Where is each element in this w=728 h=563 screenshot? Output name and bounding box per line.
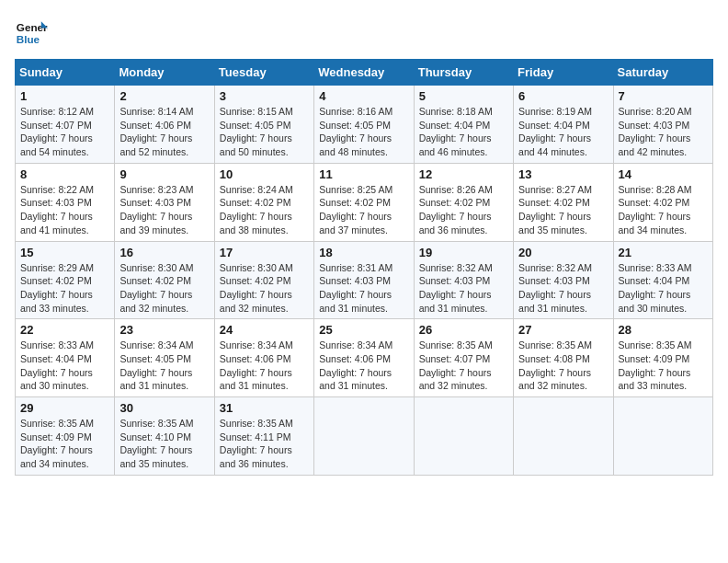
day-number: 8 — [20, 167, 109, 181]
calendar-cell: 24Sunrise: 8:34 AMSunset: 4:06 PMDayligh… — [214, 319, 313, 397]
calendar-cell: 15Sunrise: 8:29 AMSunset: 4:02 PMDayligh… — [16, 241, 115, 319]
day-detail: Sunrise: 8:19 AMSunset: 4:04 PMDaylight:… — [518, 105, 608, 159]
day-detail: Sunrise: 8:32 AMSunset: 4:03 PMDaylight:… — [419, 261, 508, 316]
calendar-cell: 4Sunrise: 8:16 AMSunset: 4:05 PMDaylight… — [314, 86, 414, 164]
calendar-week-row: 29Sunrise: 8:35 AMSunset: 4:09 PMDayligh… — [16, 397, 713, 476]
calendar-cell: 19Sunrise: 8:32 AMSunset: 4:03 PMDayligh… — [414, 241, 513, 319]
day-number: 16 — [119, 246, 209, 259]
header-row: SundayMondayTuesdayWednesdayThursdayFrid… — [16, 60, 713, 86]
calendar-cell: 31Sunrise: 8:35 AMSunset: 4:11 PMDayligh… — [214, 397, 313, 476]
weekday-header: Thursday — [414, 60, 513, 86]
calendar-table: SundayMondayTuesdayWednesdayThursdayFrid… — [15, 59, 713, 476]
calendar-cell: 3Sunrise: 8:15 AMSunset: 4:05 PMDaylight… — [214, 86, 313, 164]
day-number: 3 — [220, 89, 309, 103]
weekday-header: Tuesday — [214, 60, 313, 86]
day-detail: Sunrise: 8:25 AMSunset: 4:02 PMDaylight:… — [319, 183, 408, 237]
day-detail: Sunrise: 8:32 AMSunset: 4:03 PMDaylight:… — [518, 261, 608, 316]
calendar-cell: 6Sunrise: 8:19 AMSunset: 4:04 PMDaylight… — [514, 86, 613, 164]
calendar-cell: 26Sunrise: 8:35 AMSunset: 4:07 PMDayligh… — [414, 319, 513, 397]
day-number: 21 — [619, 246, 708, 259]
day-number: 1 — [20, 89, 109, 103]
calendar-cell: 7Sunrise: 8:20 AMSunset: 4:03 PMDaylight… — [613, 86, 712, 164]
calendar-cell: 9Sunrise: 8:23 AMSunset: 4:03 PMDaylight… — [115, 163, 214, 241]
day-detail: Sunrise: 8:33 AMSunset: 4:04 PMDaylight:… — [619, 261, 708, 316]
day-detail: Sunrise: 8:16 AMSunset: 4:05 PMDaylight:… — [319, 105, 408, 159]
calendar-cell: 20Sunrise: 8:32 AMSunset: 4:03 PMDayligh… — [514, 241, 613, 319]
day-detail: Sunrise: 8:22 AMSunset: 4:03 PMDaylight:… — [20, 183, 109, 237]
day-number: 27 — [518, 323, 608, 337]
weekday-header: Sunday — [16, 60, 115, 86]
day-number: 17 — [220, 246, 309, 259]
calendar-week-row: 1Sunrise: 8:12 AMSunset: 4:07 PMDaylight… — [16, 86, 713, 164]
calendar-body: 1Sunrise: 8:12 AMSunset: 4:07 PMDaylight… — [16, 86, 713, 476]
day-number: 4 — [319, 89, 408, 103]
calendar-cell: 23Sunrise: 8:34 AMSunset: 4:05 PMDayligh… — [115, 319, 214, 397]
weekday-header: Wednesday — [314, 60, 414, 86]
day-detail: Sunrise: 8:28 AMSunset: 4:02 PMDaylight:… — [619, 183, 708, 237]
calendar-cell: 14Sunrise: 8:28 AMSunset: 4:02 PMDayligh… — [613, 163, 712, 241]
calendar-cell: 21Sunrise: 8:33 AMSunset: 4:04 PMDayligh… — [613, 241, 712, 319]
svg-text:Blue: Blue — [17, 33, 40, 45]
day-detail: Sunrise: 8:35 AMSunset: 4:08 PMDaylight:… — [518, 339, 608, 393]
day-detail: Sunrise: 8:30 AMSunset: 4:02 PMDaylight:… — [119, 261, 209, 316]
day-detail: Sunrise: 8:18 AMSunset: 4:04 PMDaylight:… — [419, 105, 508, 159]
weekday-header: Friday — [514, 60, 613, 86]
calendar-cell — [414, 397, 513, 476]
day-detail: Sunrise: 8:35 AMSunset: 4:10 PMDaylight:… — [119, 417, 209, 471]
weekday-header: Monday — [115, 60, 214, 86]
day-detail: Sunrise: 8:35 AMSunset: 4:09 PMDaylight:… — [619, 339, 708, 393]
calendar-cell — [314, 397, 414, 476]
day-number: 20 — [518, 246, 608, 259]
day-number: 6 — [518, 89, 608, 103]
day-number: 12 — [419, 167, 508, 181]
day-number: 22 — [20, 323, 109, 337]
calendar-week-row: 8Sunrise: 8:22 AMSunset: 4:03 PMDaylight… — [16, 163, 713, 241]
calendar-header: SundayMondayTuesdayWednesdayThursdayFrid… — [16, 60, 713, 86]
day-detail: Sunrise: 8:20 AMSunset: 4:03 PMDaylight:… — [619, 105, 708, 159]
calendar-cell: 13Sunrise: 8:27 AMSunset: 4:02 PMDayligh… — [514, 163, 613, 241]
calendar-cell — [613, 397, 712, 476]
calendar-week-row: 15Sunrise: 8:29 AMSunset: 4:02 PMDayligh… — [16, 241, 713, 319]
day-number: 28 — [619, 323, 708, 337]
day-detail: Sunrise: 8:35 AMSunset: 4:11 PMDaylight:… — [220, 417, 309, 471]
day-number: 7 — [619, 89, 708, 103]
day-detail: Sunrise: 8:34 AMSunset: 4:06 PMDaylight:… — [220, 339, 309, 393]
calendar-cell: 10Sunrise: 8:24 AMSunset: 4:02 PMDayligh… — [214, 163, 313, 241]
calendar-cell: 2Sunrise: 8:14 AMSunset: 4:06 PMDaylight… — [115, 86, 214, 164]
day-number: 18 — [319, 246, 408, 259]
day-number: 26 — [419, 323, 508, 337]
calendar-cell: 25Sunrise: 8:34 AMSunset: 4:06 PMDayligh… — [314, 319, 414, 397]
calendar-week-row: 22Sunrise: 8:33 AMSunset: 4:04 PMDayligh… — [16, 319, 713, 397]
day-number: 25 — [319, 323, 408, 337]
day-detail: Sunrise: 8:14 AMSunset: 4:06 PMDaylight:… — [119, 105, 209, 159]
page-header: General Blue — [15, 15, 713, 48]
day-number: 19 — [419, 246, 508, 259]
calendar-cell: 29Sunrise: 8:35 AMSunset: 4:09 PMDayligh… — [16, 397, 115, 476]
day-number: 2 — [119, 89, 209, 103]
day-number: 23 — [119, 323, 209, 337]
day-detail: Sunrise: 8:35 AMSunset: 4:07 PMDaylight:… — [419, 339, 508, 393]
day-detail: Sunrise: 8:34 AMSunset: 4:06 PMDaylight:… — [319, 339, 408, 393]
day-detail: Sunrise: 8:26 AMSunset: 4:02 PMDaylight:… — [419, 183, 508, 237]
day-number: 11 — [319, 167, 408, 181]
calendar-cell: 18Sunrise: 8:31 AMSunset: 4:03 PMDayligh… — [314, 241, 414, 319]
day-detail: Sunrise: 8:35 AMSunset: 4:09 PMDaylight:… — [20, 417, 109, 471]
day-detail: Sunrise: 8:27 AMSunset: 4:02 PMDaylight:… — [518, 183, 608, 237]
calendar-cell: 27Sunrise: 8:35 AMSunset: 4:08 PMDayligh… — [514, 319, 613, 397]
logo: General Blue — [15, 15, 48, 48]
calendar-cell: 1Sunrise: 8:12 AMSunset: 4:07 PMDaylight… — [16, 86, 115, 164]
day-number: 5 — [419, 89, 508, 103]
day-number: 10 — [220, 167, 309, 181]
calendar-cell: 5Sunrise: 8:18 AMSunset: 4:04 PMDaylight… — [414, 86, 513, 164]
calendar-cell: 16Sunrise: 8:30 AMSunset: 4:02 PMDayligh… — [115, 241, 214, 319]
day-number: 9 — [119, 167, 209, 181]
logo-icon: General Blue — [15, 15, 48, 48]
day-number: 15 — [20, 246, 109, 259]
calendar-cell: 30Sunrise: 8:35 AMSunset: 4:10 PMDayligh… — [115, 397, 214, 476]
day-detail: Sunrise: 8:12 AMSunset: 4:07 PMDaylight:… — [20, 105, 109, 159]
day-detail: Sunrise: 8:34 AMSunset: 4:05 PMDaylight:… — [119, 339, 209, 393]
day-detail: Sunrise: 8:31 AMSunset: 4:03 PMDaylight:… — [319, 261, 408, 316]
calendar-cell: 17Sunrise: 8:30 AMSunset: 4:02 PMDayligh… — [214, 241, 313, 319]
day-detail: Sunrise: 8:23 AMSunset: 4:03 PMDaylight:… — [119, 183, 209, 237]
calendar-cell: 8Sunrise: 8:22 AMSunset: 4:03 PMDaylight… — [16, 163, 115, 241]
